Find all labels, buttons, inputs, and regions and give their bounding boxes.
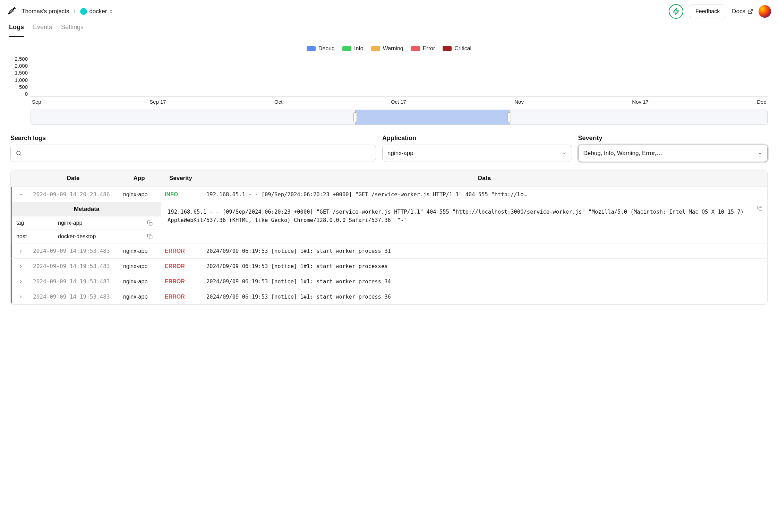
legend-swatch bbox=[411, 46, 420, 51]
logo-icon[interactable] bbox=[7, 7, 17, 16]
table-row[interactable]: 2024-09-09 14:19:53.483nginx-appERROR202… bbox=[11, 243, 767, 259]
cell-severity: ERROR bbox=[161, 290, 203, 304]
expand-toggle[interactable] bbox=[12, 290, 29, 303]
metadata-key: tag bbox=[12, 216, 54, 230]
table-row[interactable]: 2024-09-09 14:19:53.483nginx-appERROR202… bbox=[11, 289, 767, 304]
svg-marker-0 bbox=[674, 9, 679, 15]
cell-severity: ERROR bbox=[161, 259, 203, 274]
copy-icon[interactable] bbox=[147, 220, 161, 226]
th-app[interactable]: App bbox=[118, 170, 160, 187]
legend-critical[interactable]: Critical bbox=[443, 45, 471, 52]
xtick: Dec bbox=[757, 99, 766, 105]
cell-data: 192.168.65.1 - - [09/Sep/2024:06:20:23 +… bbox=[203, 187, 767, 202]
search-input[interactable] bbox=[10, 145, 376, 162]
project-selector[interactable]: docker bbox=[80, 8, 113, 15]
xtick: Nov 17 bbox=[632, 99, 649, 105]
copy-icon[interactable] bbox=[147, 234, 161, 239]
project-color-dot bbox=[80, 8, 87, 15]
brush-handle-left[interactable] bbox=[353, 112, 357, 122]
row-details: Metadatatagnginx-apphostdocker-desktop19… bbox=[11, 202, 767, 243]
cell-severity: ERROR bbox=[161, 274, 203, 289]
table-row[interactable]: 2024-09-09 14:19:53.483nginx-appERROR202… bbox=[11, 259, 767, 274]
cell-data: 2024/09/09 06:19:53 [notice] 1#1: start … bbox=[203, 244, 767, 258]
ytick: 2,000 bbox=[10, 63, 28, 69]
table-header: Date App Severity Data bbox=[11, 170, 767, 187]
svg-rect-4 bbox=[149, 222, 152, 225]
expand-toggle[interactable] bbox=[12, 188, 29, 201]
severity-label: Severity bbox=[578, 135, 768, 142]
avatar[interactable] bbox=[759, 5, 771, 18]
xtick: Nov bbox=[514, 99, 524, 105]
expand-toggle[interactable] bbox=[12, 244, 29, 258]
cell-date: 2024-09-09 14:19:53.483 bbox=[29, 243, 120, 258]
svg-line-1 bbox=[750, 9, 752, 12]
th-expand bbox=[11, 170, 28, 187]
expand-toggle[interactable] bbox=[12, 275, 29, 288]
search-icon bbox=[16, 150, 22, 156]
expand-toggle[interactable] bbox=[12, 260, 29, 273]
metadata-row: hostdocker-desktop bbox=[12, 230, 161, 243]
legend-label: Critical bbox=[454, 45, 471, 52]
metadata-row: tagnginx-app bbox=[12, 216, 161, 230]
chart-y-axis: 2,500 2,000 1,500 1,000 500 0 bbox=[10, 55, 28, 97]
legend-error[interactable]: Error bbox=[411, 45, 435, 52]
severity-select[interactable]: Debug, Info, Warning, Error,… bbox=[578, 145, 768, 162]
brush-handle-right[interactable] bbox=[507, 112, 511, 122]
svg-rect-5 bbox=[149, 236, 152, 239]
breadcrumb-org[interactable]: Thomas's projects bbox=[22, 8, 69, 15]
application-select[interactable]: nginx-app bbox=[382, 145, 572, 162]
feedback-button[interactable]: Feedback bbox=[689, 5, 726, 18]
cell-severity: ERROR bbox=[161, 244, 203, 258]
legend-swatch bbox=[443, 46, 452, 51]
brush-selection[interactable] bbox=[355, 110, 510, 125]
ytick: 500 bbox=[10, 84, 28, 90]
chart-legend: Debug Info Warning Error Critical bbox=[10, 45, 768, 52]
chevron-right-icon bbox=[72, 9, 77, 14]
cell-date: 2024-09-09 14:19:53.483 bbox=[29, 274, 120, 289]
th-severity[interactable]: Severity bbox=[160, 170, 202, 187]
chart-bars[interactable] bbox=[31, 55, 768, 97]
chevron-down-icon bbox=[758, 151, 762, 156]
tab-logs[interactable]: Logs bbox=[9, 24, 24, 37]
logs-table: Date App Severity Data 2024-09-09 14:20:… bbox=[10, 170, 768, 305]
legend-label: Debug bbox=[318, 45, 335, 52]
search-label: Search logs bbox=[10, 135, 376, 142]
search-field[interactable] bbox=[25, 150, 371, 156]
table-row[interactable]: 2024-09-09 14:20:23.486nginx-appINFO192.… bbox=[11, 187, 767, 202]
legend-debug[interactable]: Debug bbox=[307, 45, 335, 52]
chevron-down-icon bbox=[562, 151, 567, 156]
cell-severity: INFO bbox=[161, 187, 203, 202]
table-row[interactable]: 2024-09-09 14:19:53.483nginx-appERROR202… bbox=[11, 274, 767, 289]
legend-swatch bbox=[371, 46, 380, 51]
docs-link[interactable]: Docs bbox=[732, 8, 753, 15]
filter-bar: Search logs Application nginx-app Severi… bbox=[10, 135, 768, 162]
cell-app: nginx-app bbox=[120, 290, 161, 304]
ytick: 0 bbox=[10, 91, 28, 97]
th-date[interactable]: Date bbox=[28, 170, 118, 187]
th-data[interactable]: Data bbox=[202, 170, 767, 187]
activity-button[interactable] bbox=[669, 4, 683, 19]
legend-swatch bbox=[307, 46, 316, 51]
legend-label: Info bbox=[354, 45, 364, 52]
metadata-panel: Metadatatagnginx-apphostdocker-desktop bbox=[12, 202, 161, 243]
breadcrumb-project: docker bbox=[89, 8, 107, 15]
copy-icon[interactable] bbox=[757, 206, 762, 211]
xtick: Oct bbox=[274, 99, 282, 105]
legend-warning[interactable]: Warning bbox=[371, 45, 403, 52]
page-tabs: Logs Events Settings bbox=[0, 19, 778, 37]
xtick: Sep 17 bbox=[149, 99, 166, 105]
cell-data: 2024/09/09 06:19:53 [notice] 1#1: start … bbox=[203, 274, 767, 289]
ytick: 2,500 bbox=[10, 56, 28, 62]
chart-brush[interactable] bbox=[31, 110, 768, 125]
cell-app: nginx-app bbox=[120, 259, 161, 274]
cell-date: 2024-09-09 14:20:23.486 bbox=[29, 187, 120, 202]
legend-info[interactable]: Info bbox=[342, 45, 364, 52]
tab-events[interactable]: Events bbox=[33, 24, 52, 37]
severity-value: Debug, Info, Warning, Error,… bbox=[583, 150, 662, 157]
xtick: Oct 17 bbox=[391, 99, 406, 105]
application-label: Application bbox=[382, 135, 572, 142]
cell-app: nginx-app bbox=[120, 274, 161, 289]
breadcrumb: Thomas's projects docker bbox=[22, 8, 113, 15]
tab-settings[interactable]: Settings bbox=[61, 24, 84, 37]
metadata-header: Metadata bbox=[12, 202, 161, 216]
